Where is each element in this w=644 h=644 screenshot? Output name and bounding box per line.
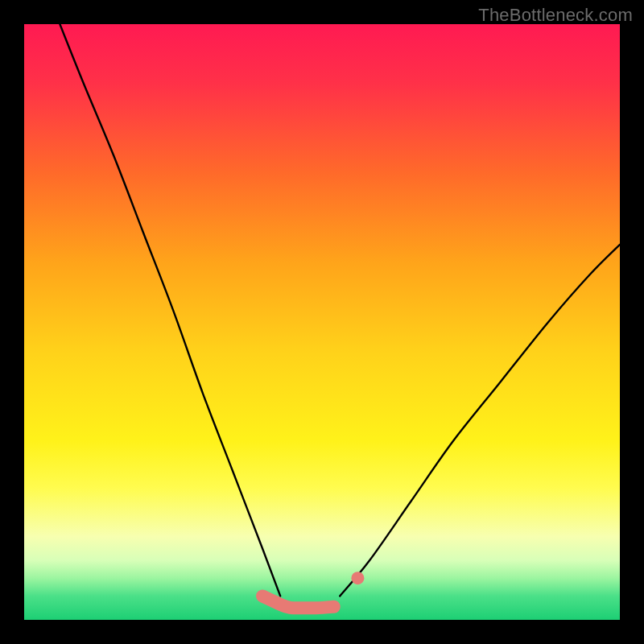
left-curve (60, 24, 280, 596)
chart-frame: TheBottleneck.com (0, 0, 644, 644)
right-curve (340, 245, 620, 597)
watermark-text: TheBottleneck.com (478, 5, 633, 26)
floor-marker (262, 596, 334, 608)
curves-layer (24, 24, 620, 620)
plot-area (24, 24, 620, 620)
floor-marker-dot (351, 572, 364, 584)
